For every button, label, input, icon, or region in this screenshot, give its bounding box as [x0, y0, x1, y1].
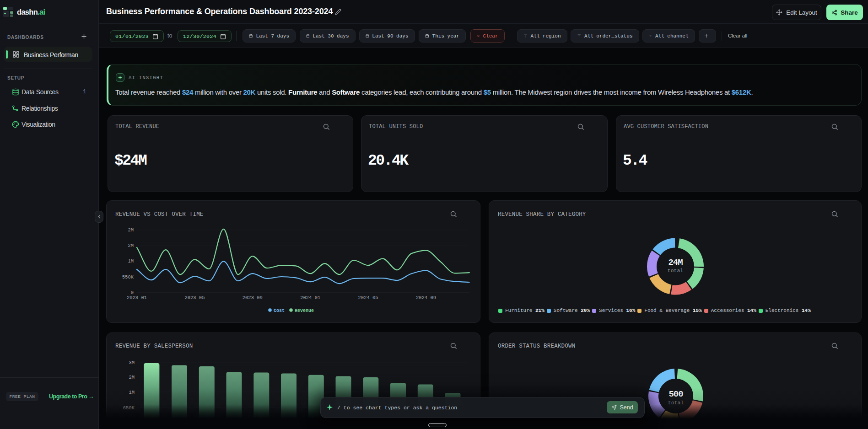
svg-text:3M: 3M — [129, 360, 135, 365]
svg-text:1M: 1M — [128, 258, 134, 264]
svg-text:500: 500 — [669, 389, 683, 399]
svg-text:2023-09: 2023-09 — [243, 295, 263, 300]
svg-text:2023-05: 2023-05 — [184, 295, 205, 300]
svg-text:total: total — [668, 268, 684, 273]
svg-text:2M: 2M — [128, 227, 134, 233]
svg-text:total: total — [668, 400, 684, 406]
svg-text:1M: 1M — [129, 390, 135, 395]
svg-text:2024-05: 2024-05 — [358, 295, 378, 300]
svg-text:2023-01: 2023-01 — [127, 295, 147, 300]
svg-text:24M: 24M — [668, 257, 683, 268]
svg-text:550K: 550K — [122, 274, 134, 280]
svg-text:2024-09: 2024-09 — [416, 295, 436, 300]
svg-text:2M: 2M — [129, 375, 135, 380]
svg-text:Cost: Cost — [274, 308, 285, 313]
svg-text:650K: 650K — [123, 405, 135, 411]
svg-text:2024-01: 2024-01 — [300, 295, 320, 300]
svg-text:Revenue: Revenue — [295, 308, 314, 313]
svg-text:2M: 2M — [128, 243, 134, 248]
